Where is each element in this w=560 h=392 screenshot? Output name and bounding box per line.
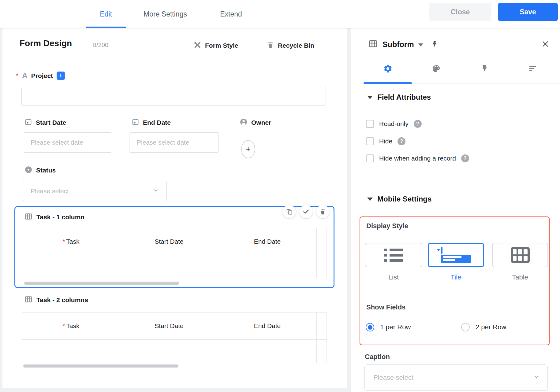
status-field-label: Status bbox=[24, 166, 56, 175]
close-panel-icon[interactable] bbox=[541, 40, 550, 50]
radio-2-per-row[interactable]: 2 per Row bbox=[461, 323, 506, 331]
tab-events[interactable] bbox=[460, 61, 509, 76]
display-style-table-label[interactable]: Table bbox=[492, 273, 548, 281]
column-header-partial bbox=[317, 312, 327, 339]
tab-edit[interactable]: Edit bbox=[86, 0, 126, 28]
copy-icon bbox=[286, 208, 293, 215]
caption-select[interactable]: Please select bbox=[364, 364, 548, 391]
panel-tabs bbox=[364, 61, 557, 76]
subform-2-table[interactable]: * Task Start Date End Date bbox=[22, 312, 327, 363]
recycle-bin-button[interactable]: Recycle Bin bbox=[267, 41, 314, 50]
confirm-button[interactable] bbox=[299, 205, 313, 218]
checkbox[interactable] bbox=[366, 154, 374, 162]
checkbox[interactable] bbox=[366, 120, 374, 128]
checkbox-read-only[interactable]: Read-only ? bbox=[366, 120, 422, 128]
table-empty-row bbox=[22, 340, 327, 363]
collapse-triangle-icon bbox=[367, 96, 373, 99]
project-input[interactable] bbox=[21, 87, 326, 106]
radio-selected-icon[interactable] bbox=[366, 323, 374, 331]
delete-button[interactable] bbox=[316, 205, 330, 218]
active-panel-tab-underline bbox=[364, 82, 412, 84]
horizontal-scrollbar[interactable] bbox=[23, 364, 178, 368]
end-date-field-label: End Date bbox=[132, 118, 171, 127]
display-style-option-list[interactable] bbox=[365, 243, 422, 267]
field-settings-panel: Subform Field At bbox=[351, 28, 560, 392]
tab-field-list[interactable] bbox=[509, 61, 557, 76]
field-attributes-title: Field Attributes bbox=[377, 93, 431, 102]
check-icon bbox=[302, 208, 310, 215]
subform-task-1-column[interactable]: Task - 1 column * Task Start Date End Da… bbox=[14, 206, 334, 288]
table-empty-row bbox=[22, 255, 327, 278]
save-button[interactable]: Save bbox=[498, 3, 558, 21]
start-date-field-label: Start Date bbox=[24, 118, 66, 127]
subform-icon bbox=[24, 295, 32, 305]
display-style-list-label[interactable]: List bbox=[365, 273, 422, 281]
checkbox[interactable] bbox=[366, 137, 374, 145]
table-header-row: * Task Start Date End Date bbox=[22, 228, 327, 255]
subform-1-table: * Task Start Date End Date bbox=[22, 228, 327, 278]
panel-title: Subform bbox=[383, 40, 414, 49]
required-marker: * bbox=[63, 238, 65, 245]
text-field-icon: A bbox=[22, 72, 28, 80]
required-marker: * bbox=[16, 72, 18, 79]
add-owner-button[interactable]: + bbox=[241, 140, 255, 158]
help-icon[interactable]: ? bbox=[414, 120, 422, 128]
pin-icon[interactable] bbox=[431, 40, 439, 49]
tab-more-settings[interactable]: More Settings bbox=[135, 0, 195, 28]
status-placeholder: Please select bbox=[23, 187, 69, 195]
table-icon bbox=[511, 247, 530, 263]
form-designer-app: Edit More Settings Extend Close Save For… bbox=[0, 0, 560, 392]
chevron-down-icon[interactable] bbox=[418, 43, 423, 46]
align-lines-icon bbox=[528, 64, 537, 73]
gear-icon bbox=[383, 64, 393, 73]
copy-button[interactable] bbox=[282, 205, 296, 218]
status-select[interactable]: Please select bbox=[23, 181, 167, 201]
end-date-input[interactable]: Please select date bbox=[129, 132, 219, 153]
column-header-task: * Task bbox=[22, 312, 120, 339]
table-header-row: * Task Start Date End Date bbox=[22, 312, 327, 340]
column-header-task: * Task bbox=[22, 228, 120, 255]
subform-2-header[interactable]: Task - 2 columns bbox=[24, 295, 88, 305]
radio-1-per-row[interactable]: 1 per Row bbox=[366, 323, 411, 331]
mobile-settings-section-header[interactable]: Mobile Settings bbox=[367, 195, 431, 203]
form-style-icon bbox=[193, 41, 201, 50]
list-icon bbox=[384, 249, 403, 262]
tab-style[interactable] bbox=[412, 61, 460, 76]
help-icon[interactable]: ? bbox=[398, 137, 405, 145]
radio-unselected-icon[interactable] bbox=[461, 323, 470, 331]
help-icon[interactable]: ? bbox=[461, 154, 469, 162]
horizontal-scrollbar[interactable] bbox=[24, 282, 179, 285]
top-header: Edit More Settings Extend Close Save bbox=[0, 0, 560, 28]
start-date-placeholder: Please select date bbox=[23, 139, 83, 146]
panel-header: Subform bbox=[368, 39, 439, 50]
show-fields-label: Show Fields bbox=[366, 303, 405, 311]
section-divider bbox=[364, 175, 548, 175]
recycle-bin-label: Recycle Bin bbox=[278, 42, 314, 49]
user-icon bbox=[240, 118, 248, 127]
field-attributes-section-header[interactable]: Field Attributes bbox=[367, 93, 431, 102]
checkbox-hide[interactable]: Hide ? bbox=[366, 137, 405, 145]
checkbox-hide-when-adding[interactable]: Hide when adding a record ? bbox=[366, 154, 469, 162]
column-header-end-date: End Date bbox=[218, 228, 317, 255]
active-tab-underline bbox=[86, 27, 126, 28]
close-button[interactable]: Close bbox=[429, 3, 491, 21]
display-style-label: Display Style bbox=[366, 222, 408, 230]
display-style-option-tile[interactable] bbox=[428, 243, 484, 267]
tile-icon bbox=[441, 248, 471, 263]
column-header-start-date: Start Date bbox=[120, 312, 218, 339]
chevron-down-icon bbox=[145, 187, 159, 195]
column-header-start-date: Start Date bbox=[120, 228, 218, 255]
display-style-option-table[interactable] bbox=[492, 243, 548, 267]
start-date-input[interactable]: Please select date bbox=[23, 132, 112, 153]
text-type-badge: T bbox=[57, 72, 65, 80]
display-style-tile-label[interactable]: Tile bbox=[428, 273, 484, 281]
subform-2-label: Task - 2 columns bbox=[36, 296, 88, 304]
tab-field-settings[interactable] bbox=[364, 61, 412, 76]
subform-1-label: Task - 1 column bbox=[36, 213, 84, 221]
form-style-button[interactable]: Form Style bbox=[193, 41, 238, 50]
mobile-settings-title: Mobile Settings bbox=[377, 195, 431, 203]
caption-label: Caption bbox=[365, 353, 390, 361]
trash-icon bbox=[319, 208, 326, 215]
subform-action-buttons bbox=[282, 205, 330, 218]
tab-extend[interactable]: Extend bbox=[214, 0, 248, 28]
